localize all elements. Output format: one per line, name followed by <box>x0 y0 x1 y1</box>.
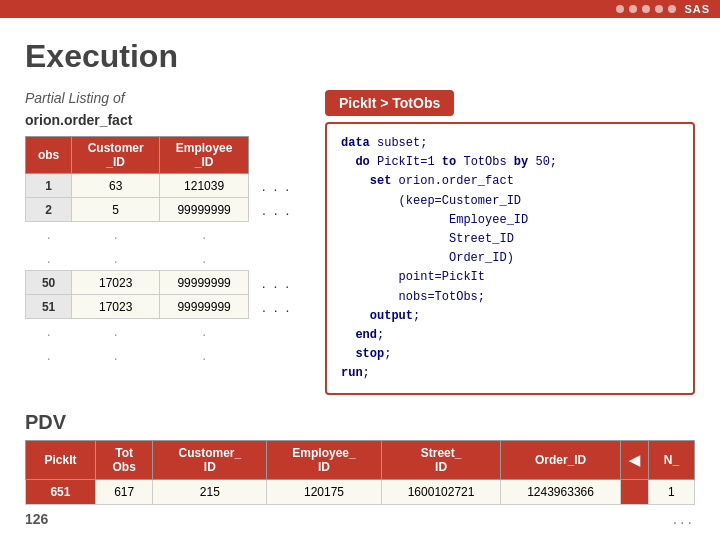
customer-id-cell: 63 <box>72 174 160 198</box>
customer-id-cell: 17023 <box>72 295 160 319</box>
row-dots: . . . <box>249 198 305 222</box>
employee-id-cell: 99999999 <box>160 271 249 295</box>
dot-cell: . <box>160 222 249 247</box>
listing-title: orion.order_fact <box>25 112 305 128</box>
n-header: N_ <box>648 441 694 480</box>
dot-cell: . <box>160 319 249 344</box>
obs-header: obs <box>26 137 72 174</box>
n-value: 1 <box>648 480 694 505</box>
dot-cell: . <box>26 343 72 367</box>
pdv-row: 651 617 215 120175 1600102721 1243963366… <box>26 480 695 505</box>
code-line-1: data subset; <box>341 136 427 150</box>
footer-dots: ... <box>673 510 695 528</box>
ellipsis-row: . . . <box>26 343 305 367</box>
employee-id-cell: 99999999 <box>160 295 249 319</box>
order-id-pdv-value: 1243963366 <box>501 480 620 505</box>
dot-cell: . <box>72 246 160 271</box>
dots-header <box>249 137 305 174</box>
partial-listing-label: Partial Listing of <box>25 90 305 106</box>
code-line-8: point=PickIt <box>341 270 485 284</box>
dot-1 <box>616 5 624 13</box>
code-line-13: run; <box>341 366 370 380</box>
overflow-left-header: ◀ <box>620 441 648 480</box>
customer-id-pdv-header: Customer_ID <box>153 441 267 480</box>
pickit-header: PickIt <box>26 441 96 480</box>
obs-cell: 51 <box>26 295 72 319</box>
customer-id-pdv-value: 215 <box>153 480 267 505</box>
dot-cell: . <box>160 246 249 271</box>
left-column: Partial Listing of orion.order_fact obs … <box>25 90 305 367</box>
dot-2 <box>629 5 637 13</box>
totobs-header: TotObs <box>95 441 153 480</box>
dot-cell <box>249 222 305 247</box>
dot-3 <box>642 5 650 13</box>
pdv-section: PDV PickIt TotObs Customer_ID Employee_I… <box>25 411 695 505</box>
street-id-pdv-header: Street_ID <box>381 441 500 480</box>
customer-id-header: Customer_ID <box>72 137 160 174</box>
order-id-pdv-header: Order_ID <box>501 441 620 480</box>
dot-cell: . <box>72 319 160 344</box>
ellipsis-row: . . . <box>26 222 305 247</box>
table-row: 51 17023 99999999 . . . <box>26 295 305 319</box>
pickit-value: 651 <box>26 480 96 505</box>
dot-cell <box>249 319 305 344</box>
ellipsis-row: . . . <box>26 319 305 344</box>
data-table: obs Customer_ID Employee_ID 1 63 121039 … <box>25 136 305 367</box>
right-column: PickIt > TotObs data subset; do PickIt=1… <box>325 90 695 395</box>
code-line-6: Street_ID <box>341 232 514 246</box>
employee-id-pdv-header: Employee_ID <box>267 441 382 480</box>
row-dots: . . . <box>249 174 305 198</box>
totobs-value: 617 <box>95 480 153 505</box>
dot-cell <box>249 246 305 271</box>
table-row: 1 63 121039 . . . <box>26 174 305 198</box>
ellipsis-row: . . . <box>26 246 305 271</box>
dot-4 <box>655 5 663 13</box>
dot-cell <box>249 343 305 367</box>
code-line-4: (keep=Customer_ID <box>341 194 521 208</box>
page-number: 126 <box>25 511 48 527</box>
employee-id-pdv-value: 120175 <box>267 480 382 505</box>
obs-cell: 50 <box>26 271 72 295</box>
code-line-9: nobs=TotObs; <box>341 290 485 304</box>
code-line-12: stop; <box>341 347 391 361</box>
pdv-title: PDV <box>25 411 695 434</box>
page-title: Execution <box>25 38 695 75</box>
table-row: 50 17023 99999999 . . . <box>26 271 305 295</box>
header-bar: SAS <box>0 0 720 18</box>
code-line-2: do PickIt=1 to TotObs by 50; <box>341 155 557 169</box>
dot-cell: . <box>72 343 160 367</box>
table-row: 2 5 99999999 . . . <box>26 198 305 222</box>
code-block: data subset; do PickIt=1 to TotObs by 50… <box>325 122 695 395</box>
customer-id-cell: 17023 <box>72 271 160 295</box>
employee-id-header: Employee_ID <box>160 137 249 174</box>
dot-cell: . <box>26 319 72 344</box>
footer: 126 ... <box>25 510 695 528</box>
sas-logo: SAS <box>684 3 710 15</box>
pickit-badge: PickIt > TotObs <box>325 90 454 116</box>
two-column-layout: Partial Listing of orion.order_fact obs … <box>25 90 695 395</box>
obs-cell: 1 <box>26 174 72 198</box>
code-line-11: end; <box>341 328 384 342</box>
customer-id-cell: 5 <box>72 198 160 222</box>
dot-cell: . <box>72 222 160 247</box>
code-line-5: Employee_ID <box>341 213 528 227</box>
dot-5 <box>668 5 676 13</box>
pdv-table: PickIt TotObs Customer_ID Employee_ID St… <box>25 440 695 505</box>
main-content: Execution Partial Listing of orion.order… <box>0 18 720 520</box>
street-id-pdv-value: 1600102721 <box>381 480 500 505</box>
employee-id-cell: 99999999 <box>160 198 249 222</box>
dot-cell: . <box>160 343 249 367</box>
employee-id-cell: 121039 <box>160 174 249 198</box>
header-dots <box>616 5 676 13</box>
row-dots: . . . <box>249 271 305 295</box>
dot-cell: . <box>26 222 72 247</box>
code-line-10: output; <box>341 309 420 323</box>
code-line-3: set orion.order_fact <box>341 174 514 188</box>
dot-cell: . <box>26 246 72 271</box>
obs-cell: 2 <box>26 198 72 222</box>
row-dots: . . . <box>249 295 305 319</box>
code-line-7: Order_ID) <box>341 251 514 265</box>
overflow-left-value <box>620 480 648 505</box>
